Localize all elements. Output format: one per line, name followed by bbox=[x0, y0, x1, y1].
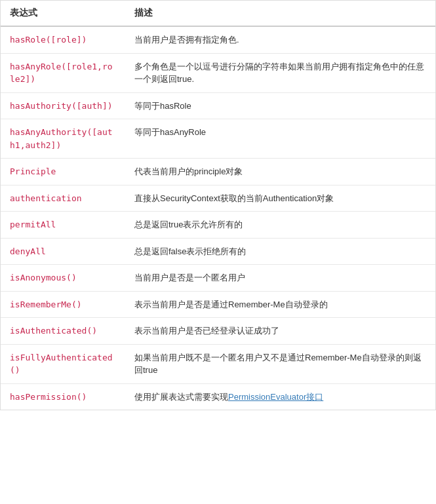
table-row: hasAuthority([auth])等同于hasRole bbox=[1, 92, 435, 119]
expression-cell: authentication bbox=[1, 185, 125, 212]
expression-cell: hasAnyAuthority([auth1,auth2]) bbox=[1, 119, 125, 159]
description-cell: 总是返回true表示允许所有的 bbox=[125, 212, 435, 239]
description-cell: 如果当前用户既不是一个匿名用户又不是通过Remember-Me自动登录的则返回t… bbox=[125, 344, 435, 383]
description-cell: 当前用户是否拥有指定角色. bbox=[125, 26, 435, 53]
column-header-expression: 表达式 bbox=[1, 1, 125, 26]
description-cell: 当前用户是否是一个匿名用户 bbox=[125, 265, 435, 292]
expression-cell: permitAll bbox=[1, 212, 125, 239]
description-cell: 表示当前用户是否已经登录认证成功了 bbox=[125, 318, 435, 345]
table-row: hasRole([role])当前用户是否拥有指定角色. bbox=[1, 26, 435, 53]
table-header-row: 表达式 描述 bbox=[1, 1, 435, 26]
table-row: authentication直接从SecurityContext获取的当前Aut… bbox=[1, 185, 435, 212]
table-row: hasAnyRole([role1,role2])多个角色是一个以逗号进行分隔的… bbox=[1, 53, 435, 92]
table-row: isAnonymous()当前用户是否是一个匿名用户 bbox=[1, 265, 435, 292]
expression-cell: hasRole([role]) bbox=[1, 26, 125, 53]
expression-cell: hasPermission() bbox=[1, 383, 125, 410]
description-cell: 直接从SecurityContext获取的当前Authentication对象 bbox=[125, 185, 435, 212]
expression-cell: isAnonymous() bbox=[1, 265, 125, 292]
expression-cell: isRememberMe() bbox=[1, 291, 125, 318]
expression-cell: denyAll bbox=[1, 238, 125, 265]
main-table-container: 表达式 描述 hasRole([role])当前用户是否拥有指定角色.hasAn… bbox=[0, 0, 436, 410]
expression-cell: isFullyAuthenticated() bbox=[1, 344, 125, 383]
description-cell: 表示当前用户是否是通过Remember-Me自动登录的 bbox=[125, 291, 435, 318]
expression-cell: hasAnyRole([role1,role2]) bbox=[1, 53, 125, 92]
description-cell: 总是返回false表示拒绝所有的 bbox=[125, 238, 435, 265]
expression-cell: isAuthenticated() bbox=[1, 318, 125, 345]
description-cell: 代表当前用户的principle对象 bbox=[125, 159, 435, 185]
description-cell: 多个角色是一个以逗号进行分隔的字符串如果当前用户拥有指定角色中的任意一个则返回t… bbox=[125, 53, 435, 92]
table-row: Principle代表当前用户的principle对象 bbox=[1, 159, 435, 185]
permission-evaluator-link[interactable]: PermissionEvaluator接口 bbox=[228, 392, 323, 402]
expressions-table: 表达式 描述 hasRole([role])当前用户是否拥有指定角色.hasAn… bbox=[1, 1, 435, 410]
table-row: hasPermission()使用扩展表达式需要实现PermissionEval… bbox=[1, 383, 435, 410]
description-cell: 等同于hasRole bbox=[125, 92, 435, 119]
description-cell: 使用扩展表达式需要实现PermissionEvaluator接口 bbox=[125, 383, 435, 410]
table-row: permitAll总是返回true表示允许所有的 bbox=[1, 212, 435, 239]
table-row: hasAnyAuthority([auth1,auth2])等同于hasAnyR… bbox=[1, 119, 435, 159]
expression-cell: hasAuthority([auth]) bbox=[1, 92, 125, 119]
description-cell: 等同于hasAnyRole bbox=[125, 119, 435, 159]
table-row: isFullyAuthenticated()如果当前用户既不是一个匿名用户又不是… bbox=[1, 344, 435, 383]
table-row: isRememberMe()表示当前用户是否是通过Remember-Me自动登录… bbox=[1, 291, 435, 318]
table-row: isAuthenticated()表示当前用户是否已经登录认证成功了 bbox=[1, 318, 435, 345]
column-header-description: 描述 bbox=[125, 1, 435, 26]
table-row: denyAll总是返回false表示拒绝所有的 bbox=[1, 238, 435, 265]
expression-cell: Principle bbox=[1, 159, 125, 185]
